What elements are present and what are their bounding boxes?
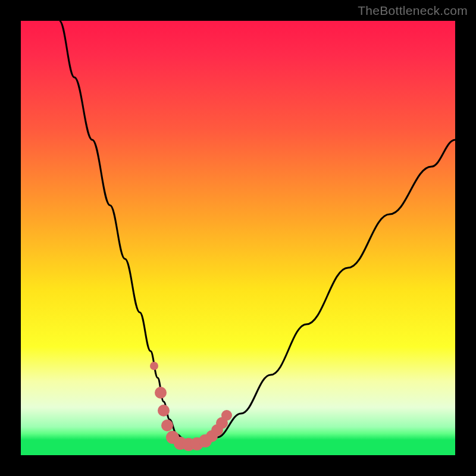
bottleneck-curve <box>60 21 455 444</box>
marker-point <box>158 405 170 416</box>
plot-area <box>21 21 455 455</box>
marker-point <box>150 362 158 370</box>
marker-point <box>161 419 173 431</box>
curve-svg <box>21 21 455 455</box>
watermark-text: TheBottleneck.com <box>358 4 468 18</box>
chart-frame: TheBottleneck.com <box>0 0 476 476</box>
marker-point <box>221 410 232 421</box>
marker-point <box>155 387 167 399</box>
